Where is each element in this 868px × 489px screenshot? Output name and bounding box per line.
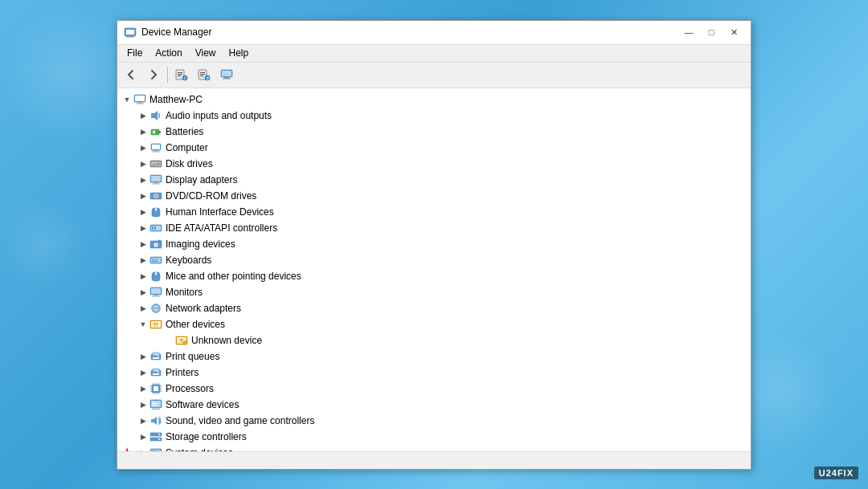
monitor-icon-button[interactable]	[216, 65, 237, 84]
tree-printers[interactable]: ▶ Printers	[117, 365, 751, 381]
tree-imaging[interactable]: ▶ Imaging devices	[117, 236, 751, 252]
svg-rect-1	[126, 30, 134, 35]
computer-icon	[149, 141, 162, 154]
window-title: Device Manager	[141, 26, 678, 38]
monitors-expand-icon[interactable]: ▶	[137, 286, 149, 299]
tree-disk[interactable]: ▶ Disk drives	[117, 156, 751, 172]
svg-rect-5	[178, 72, 182, 73]
device-tree[interactable]: ▼ Matthew-PC ▶ Audio inpu	[117, 88, 751, 451]
keyboard-expand-icon[interactable]: ▶	[137, 254, 149, 267]
toolbar: i ?	[117, 63, 751, 88]
tree-hid[interactable]: ▶ Human Interface Devices	[117, 204, 751, 220]
menu-action[interactable]: Action	[149, 46, 188, 60]
system-expand-icon[interactable]: ▶	[137, 446, 149, 451]
printers-icon	[149, 366, 162, 379]
dvd-expand-icon[interactable]: ▶	[137, 189, 149, 202]
root-icon	[133, 93, 146, 106]
svg-point-82	[158, 355, 159, 357]
batteries-expand-icon[interactable]: ▶	[137, 125, 149, 138]
tree-storage[interactable]: ▶ Storage controllers	[117, 429, 751, 445]
svg-rect-81	[153, 357, 159, 359]
other-icon: ?!	[149, 318, 162, 331]
printers-expand-icon[interactable]: ▶	[137, 366, 149, 379]
maximize-button[interactable]: □	[701, 24, 722, 40]
svg-rect-26	[159, 131, 161, 133]
tree-monitors[interactable]: ▶ Monitors	[117, 284, 751, 300]
audio-expand-icon[interactable]: ▶	[137, 109, 149, 122]
close-button[interactable]: ✕	[723, 24, 744, 40]
computer-expand-icon[interactable]: ▶	[137, 141, 149, 154]
svg-text:!: !	[184, 340, 185, 344]
other-expand-icon[interactable]: ▼	[137, 318, 149, 331]
tree-printqueues[interactable]: ▶ Print queues	[117, 348, 751, 365]
processors-icon	[149, 382, 162, 395]
tree-keyboard[interactable]: ▶ Keyboards	[117, 252, 751, 268]
menu-help[interactable]: Help	[223, 46, 256, 60]
display-expand-icon[interactable]: ▶	[137, 173, 149, 186]
svg-point-43	[155, 195, 157, 197]
printqueues-icon	[149, 350, 162, 363]
audio-icon	[149, 109, 162, 122]
svg-rect-18	[224, 77, 229, 79]
tree-software[interactable]: ▶ Software devices	[117, 397, 751, 413]
svg-rect-38	[151, 176, 161, 181]
window-icon	[124, 26, 137, 39]
svg-rect-50	[154, 226, 156, 230]
tree-dvd[interactable]: ▶ DVD/CD-ROM drives	[117, 188, 751, 204]
tree-sound[interactable]: ▶ Sound, video and game controllers	[117, 413, 751, 429]
tree-display[interactable]: ▶ Display adapters	[117, 172, 751, 188]
tree-mice[interactable]: ▶ Mice and other pointing devices	[117, 268, 751, 284]
system-icon	[149, 446, 162, 451]
menu-view[interactable]: View	[189, 46, 223, 60]
sound-icon	[149, 414, 162, 427]
network-expand-icon[interactable]: ▶	[137, 302, 149, 315]
network-label: Network adapters	[166, 303, 241, 314]
minimize-button[interactable]: —	[678, 24, 699, 40]
software-label: Software devices	[166, 399, 239, 410]
tree-other[interactable]: ▼ ?! Other devices	[117, 316, 751, 332]
back-button[interactable]	[121, 65, 141, 84]
svg-text:i: i	[184, 75, 185, 80]
software-expand-icon[interactable]: ▶	[137, 398, 149, 411]
processors-expand-icon[interactable]: ▶	[137, 382, 149, 395]
keyboard-label: Keyboards	[166, 255, 211, 266]
svg-rect-88	[154, 386, 158, 391]
svg-rect-56	[151, 258, 161, 263]
printqueues-expand-icon[interactable]: ▶	[137, 350, 149, 363]
mice-expand-icon[interactable]: ▶	[137, 270, 149, 283]
tree-batteries[interactable]: ▶ Batteries	[117, 124, 751, 140]
root-expand-icon[interactable]: ▼	[121, 93, 133, 106]
forward-button[interactable]	[143, 65, 164, 84]
sound-expand-icon[interactable]: ▶	[137, 414, 149, 427]
tree-root[interactable]: ▼ Matthew-PC	[117, 92, 751, 108]
svg-rect-45	[155, 208, 157, 211]
computer-label: Computer	[166, 142, 208, 153]
display-label: Display adapters	[166, 174, 237, 185]
disk-expand-icon[interactable]: ▶	[137, 157, 149, 170]
properties-button[interactable]: i	[171, 65, 192, 84]
svg-rect-28	[154, 130, 155, 134]
tree-audio[interactable]: ▶ Audio inputs and outputs	[117, 108, 751, 124]
svg-rect-57	[152, 259, 154, 260]
storage-expand-icon[interactable]: ▶	[137, 430, 149, 443]
tree-computer[interactable]: ▶ Computer	[117, 140, 751, 156]
svg-rect-85	[153, 373, 159, 375]
imaging-expand-icon[interactable]: ▶	[137, 238, 149, 251]
toolbar-separator-1	[167, 67, 168, 83]
tree-unknown[interactable]: ▶ ? ! Unknown device	[117, 332, 751, 348]
svg-rect-64	[151, 288, 161, 294]
svg-rect-49	[152, 226, 154, 230]
tree-network[interactable]: ▶ Network adapters	[117, 300, 751, 316]
hid-expand-icon[interactable]: ▶	[137, 206, 149, 218]
processors-label: Processors	[166, 383, 214, 394]
svg-rect-59	[157, 259, 158, 260]
menu-file[interactable]: File	[121, 46, 149, 60]
help-icon-button[interactable]: ?	[194, 65, 215, 84]
svg-rect-13	[200, 75, 203, 76]
tree-processors[interactable]: ▶ Proces	[117, 381, 751, 397]
svg-rect-66	[152, 295, 160, 296]
ide-expand-icon[interactable]: ▶	[137, 222, 149, 234]
svg-text:?!: ?!	[153, 322, 158, 328]
tree-system[interactable]: ★ ▶ System devices	[117, 445, 751, 451]
tree-ide[interactable]: ▶ IDE ATA/ATAPI controllers	[117, 220, 751, 236]
